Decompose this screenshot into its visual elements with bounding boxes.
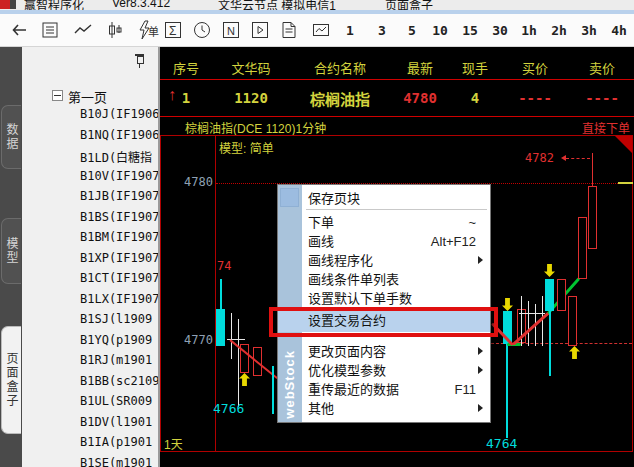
quote-row[interactable]: 1 1120 棕榈油指 4780 4 ---- ----	[160, 84, 634, 112]
svg-text:Σ: Σ	[169, 24, 176, 38]
candle-up	[557, 279, 566, 311]
quote-table-header: 序号 文华码 合约名称 最新 现手 买价 卖价	[160, 57, 634, 77]
menu-item-draw-line[interactable]: 画线Alt+F12	[302, 232, 490, 251]
left-marker-label: 74	[217, 259, 231, 273]
tree-item[interactable]: B1IA(p1901	[80, 435, 158, 456]
menu-item-other[interactable]: 其他	[302, 399, 490, 418]
cell-seq: 1	[160, 90, 212, 106]
tree-item[interactable]: B1BS(IF1907	[80, 210, 158, 231]
candle-up	[568, 296, 577, 346]
low-right-label: 4764	[486, 436, 517, 451]
tree-item[interactable]: B1UL(SR009	[80, 394, 158, 415]
candle-wick-cyan	[272, 366, 274, 414]
menu-item-icon-cell	[280, 188, 299, 207]
tree-item[interactable]: B1SJ(l1909	[80, 312, 158, 333]
watchlist-icon[interactable]	[39, 19, 61, 41]
period-2h[interactable]: 2h	[547, 23, 571, 38]
tree-item[interactable]: B1LD(白糖指	[80, 148, 158, 169]
tree-item[interactable]: B1SE(m1901	[80, 456, 158, 467]
menu-icon-strip: webStock	[278, 185, 302, 422]
tree-item[interactable]: B1RJ(m1901	[80, 353, 158, 374]
menu-item-optimize-model-params[interactable]: 优化模型参数	[302, 361, 490, 380]
high-price-label: 4782	[525, 151, 554, 165]
candle-wick	[231, 313, 232, 359]
period-1min[interactable]: 1	[338, 23, 362, 38]
period-30min[interactable]: 30	[488, 23, 512, 38]
tree-item[interactable]: B1JB(IF1907	[80, 189, 158, 210]
sigma-icon[interactable]: Σ	[162, 19, 184, 41]
tree-item[interactable]: B1LX(IF1907	[80, 292, 158, 313]
back-icon[interactable]	[9, 19, 31, 41]
period-5min[interactable]: 5	[400, 23, 424, 38]
clock-icon[interactable]	[191, 19, 213, 41]
svg-text:N: N	[227, 25, 235, 37]
submenu-arrow-icon	[478, 256, 483, 264]
period-3h[interactable]: 3h	[577, 23, 601, 38]
menu-item-draw-line-condition-list[interactable]: 画线条件单列表	[302, 270, 490, 289]
tree-item[interactable]: B1CT(IF1907	[80, 271, 158, 292]
pin-icon[interactable]	[134, 54, 146, 68]
menu-separator	[306, 209, 487, 210]
candle-down	[216, 309, 225, 346]
buy-signal-arrow	[239, 373, 250, 386]
axis-label-4780: 4780	[165, 175, 213, 189]
tab-model[interactable]: 模型	[1, 218, 21, 284]
buy-signal-arrow	[569, 346, 580, 359]
tree-item[interactable]: B10J(IF1906	[80, 107, 158, 128]
period-1h[interactable]: 1h	[517, 23, 541, 38]
tab-page-box[interactable]: 页面盒子	[1, 326, 21, 434]
tree-item[interactable]: B1YQ(p1909	[80, 333, 158, 354]
tree-item[interactable]: B1XP(IF1907	[80, 251, 158, 272]
candle-wick-red	[592, 153, 593, 186]
cell-code: 1120	[212, 90, 290, 106]
col-header-bid[interactable]: 买价	[500, 58, 570, 77]
menu-item-resend-recent-data[interactable]: 重传最近的数据F11	[302, 380, 490, 399]
tree-item[interactable]: B1BM(IF1907	[80, 230, 158, 251]
period-4h[interactable]: 4h	[607, 23, 631, 38]
mini-chart-icon[interactable]	[310, 19, 332, 41]
period-label: 1天	[164, 435, 183, 452]
candle-wick	[542, 296, 543, 346]
tree-item[interactable]: B1BB(sc2109	[80, 374, 158, 395]
webstock-watermark: webStock	[282, 350, 297, 419]
menu-item-draw-line-program[interactable]: 画线程序化	[302, 251, 490, 270]
col-header-seq[interactable]: 序号	[160, 58, 212, 77]
candle-wick-cyan	[506, 344, 508, 438]
cell-ask: ----	[570, 90, 634, 106]
period-3min[interactable]: 3	[370, 23, 394, 38]
flash-order-icon[interactable]: 单	[137, 19, 159, 41]
col-header-last[interactable]: 最新	[390, 58, 450, 77]
direct-order-corner-icon[interactable]	[615, 136, 632, 153]
play-icon[interactable]	[249, 19, 271, 41]
app-title: 赢智程序化	[24, 0, 84, 10]
low-left-label: 4766	[213, 401, 244, 416]
col-header-name[interactable]: 合约名称	[290, 58, 390, 77]
period-10min[interactable]: 10	[428, 23, 452, 38]
svg-text:单: 单	[148, 26, 159, 38]
menu-item-default-lots[interactable]: 设置默认下单手数	[302, 289, 490, 308]
annotation-highlight-box	[269, 307, 498, 337]
tree-item[interactable]: B10V(IF1907	[80, 169, 158, 190]
cell-bid: ----	[500, 90, 570, 106]
menu-item-save-page-block[interactable]: 保存页块	[302, 189, 490, 208]
document-icon[interactable]	[278, 19, 300, 41]
direct-order-link[interactable]: 直接下单	[582, 119, 630, 136]
col-header-code[interactable]: 文华码	[212, 58, 290, 77]
candlestick-icon[interactable]	[104, 19, 126, 41]
candle-wick-cyan	[220, 279, 222, 311]
n-icon[interactable]: N	[220, 19, 242, 41]
period-15min[interactable]: 15	[458, 23, 482, 38]
line-chart-icon[interactable]	[72, 19, 94, 41]
menu-item-change-page-content[interactable]: 更改页面内容	[302, 342, 490, 361]
sell-signal-arrow	[544, 264, 555, 277]
col-header-volume[interactable]: 现手	[450, 58, 500, 77]
tree-item[interactable]: B1DV(l1901	[80, 415, 158, 436]
tree-item[interactable]: B1NQ(IF1906	[80, 128, 158, 149]
connection-status: 文华云节点 模拟电信1	[218, 0, 336, 10]
tab-data[interactable]: 数据	[1, 105, 21, 169]
tree-root-row[interactable]: 第一页	[52, 87, 107, 106]
toolbar: 单 Σ N 1 3 5 10 15 30 1h 2h 3h 4h	[0, 14, 634, 47]
col-header-ask[interactable]: 卖价	[570, 58, 634, 77]
collapse-icon[interactable]	[52, 90, 63, 101]
menu-item-place-order[interactable]: 下单~	[302, 213, 490, 232]
